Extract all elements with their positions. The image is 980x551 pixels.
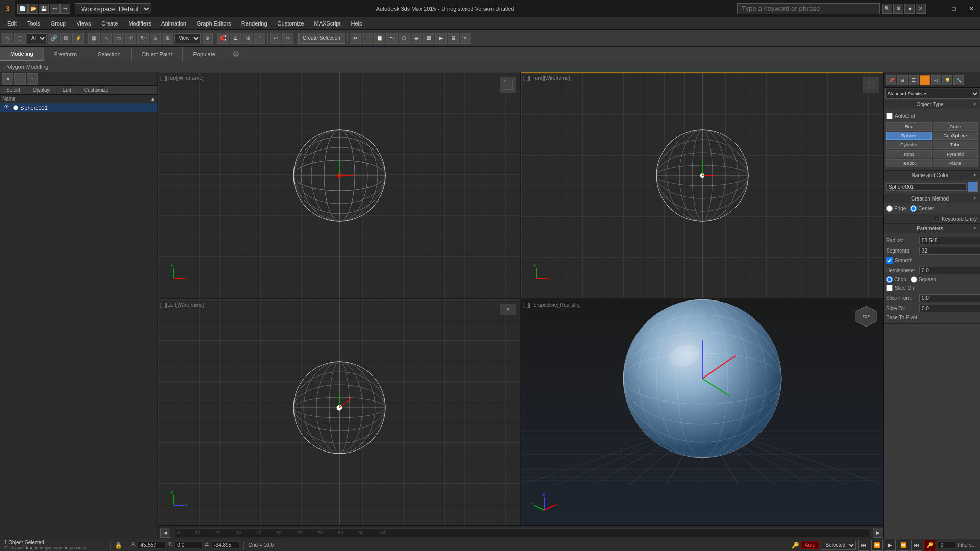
menu-help[interactable]: Help: [346, 19, 368, 28]
frame-input[interactable]: [938, 541, 955, 549]
filters-label[interactable]: Filters...: [958, 542, 976, 548]
search-input[interactable]: [737, 3, 880, 14]
layer-btn[interactable]: 📋: [374, 33, 385, 44]
box-btn[interactable]: Box: [886, 122, 932, 131]
segments-input[interactable]: [919, 247, 980, 255]
select-btn[interactable]: ↖: [2, 33, 13, 44]
track-next-btn[interactable]: ▶: [873, 528, 883, 538]
smooth-check[interactable]: [886, 257, 893, 264]
torus-btn[interactable]: Torus: [886, 150, 932, 158]
menu-modifiers[interactable]: Modifiers: [123, 19, 156, 28]
viewport-perspective[interactable]: [+][Perspective][Realistic] TOP X Y: [521, 299, 883, 525]
play-btn[interactable]: ⏮: [858, 540, 869, 551]
bookmark-icon[interactable]: ★: [904, 4, 915, 14]
undo2-btn[interactable]: ↩: [270, 33, 281, 44]
keyboard-entry-header[interactable]: + Keyboard Entry: [884, 214, 980, 223]
material-btn[interactable]: ◈: [411, 33, 422, 44]
y-coord-input[interactable]: [175, 541, 203, 549]
search-icon[interactable]: 🔍: [882, 4, 892, 14]
auto-btn[interactable]: Auto: [801, 541, 819, 549]
menu-rendering[interactable]: Rendering: [236, 19, 273, 28]
cone-btn[interactable]: Cone: [933, 122, 978, 131]
menu-views[interactable]: Views: [71, 19, 96, 28]
curve-editor-btn[interactable]: 〜: [386, 33, 398, 44]
create-selection-button[interactable]: Create Selection: [298, 33, 345, 44]
prop-display-btn[interactable]: 💡: [942, 75, 952, 85]
next-frame-btn[interactable]: ⏩: [898, 540, 909, 551]
playback-btn[interactable]: ▶: [885, 540, 896, 551]
open-btn[interactable]: 📂: [28, 4, 38, 14]
cylinder-btn[interactable]: Cylinder: [886, 141, 932, 149]
x-coord-input[interactable]: [138, 541, 166, 549]
tab-settings-icon[interactable]: ⚙: [228, 47, 243, 61]
select-filter-btn[interactable]: ▦: [88, 33, 100, 44]
bind-btn[interactable]: ⚡: [72, 33, 84, 44]
maximize-button[interactable]: □: [945, 0, 963, 17]
prev-frame-btn[interactable]: ⏪: [871, 540, 883, 551]
prop-settings-btn[interactable]: ☰: [909, 75, 919, 85]
search-options-icon[interactable]: ⚙: [893, 4, 903, 14]
squash-radio-input[interactable]: [911, 276, 917, 283]
hemisphere-input[interactable]: [919, 267, 980, 274]
se-close-btn[interactable]: ✕: [2, 73, 13, 85]
se-menu-btn[interactable]: ≡: [27, 73, 38, 85]
ref-coord-dropdown[interactable]: View: [174, 33, 201, 43]
teapot-btn[interactable]: Teapot: [886, 159, 932, 167]
name-color-header[interactable]: Name and Color ▼: [884, 171, 980, 180]
mirror-btn[interactable]: ⇔: [350, 33, 361, 44]
sphere-btn[interactable]: Sphere: [886, 132, 932, 140]
keyboard-expand-btn[interactable]: +: [934, 216, 940, 222]
parameters-header[interactable]: Parameters ▼: [884, 224, 980, 233]
slice-from-input[interactable]: [919, 294, 980, 302]
slice-to-input[interactable]: [919, 305, 980, 312]
menu-edit[interactable]: Edit: [2, 19, 22, 28]
select-object-btn[interactable]: ↖: [101, 33, 112, 44]
align-btn[interactable]: ⫠: [362, 33, 373, 44]
unlink-btn[interactable]: ⛓: [60, 33, 71, 44]
tube-btn[interactable]: Tube: [933, 141, 978, 149]
move-btn[interactable]: ✛: [125, 33, 136, 44]
render-result-btn[interactable]: 🖥: [448, 33, 459, 44]
close-button[interactable]: ✕: [963, 0, 980, 17]
menu-graph-editors[interactable]: Graph Editors: [191, 19, 236, 28]
prop-history-btn[interactable]: ⊞: [897, 75, 908, 85]
tab-populate[interactable]: Populate: [183, 47, 226, 61]
tab-modeling[interactable]: Modeling: [0, 47, 44, 61]
se-tab-select[interactable]: Select: [0, 86, 27, 94]
menu-group[interactable]: Group: [45, 19, 71, 28]
edge-radio[interactable]: Edge: [886, 205, 906, 212]
spinner-snap-btn[interactable]: ⋮: [254, 33, 265, 44]
autogrid-check[interactable]: [886, 113, 893, 119]
place-btn[interactable]: ⊞: [162, 33, 173, 44]
timeline-track[interactable]: 0102030405060708090100: [175, 528, 871, 537]
object-name-input[interactable]: [886, 183, 967, 191]
object-type-header[interactable]: Object Type ▼: [884, 100, 980, 109]
se-minimize-btn[interactable]: ─: [14, 73, 26, 85]
pivot-btn[interactable]: ⊕: [202, 33, 213, 44]
prop-motion-btn[interactable]: ◎: [931, 75, 941, 85]
rect-select-btn[interactable]: ▭: [113, 33, 124, 44]
tab-selection[interactable]: Selection: [87, 47, 131, 61]
close-search-icon[interactable]: ✕: [916, 4, 926, 14]
menu-customize[interactable]: Customize: [273, 19, 309, 28]
render-setup-btn[interactable]: 🖼: [423, 33, 434, 44]
menu-maxscript[interactable]: MAXScript: [309, 19, 346, 28]
scale-btn[interactable]: ⇲: [150, 33, 161, 44]
redo2-btn[interactable]: ↪: [282, 33, 293, 44]
prop-obj-color-btn[interactable]: [920, 75, 930, 85]
slice-on-check[interactable]: [886, 285, 893, 291]
chop-radio-input[interactable]: [886, 276, 893, 283]
se-tab-display[interactable]: Display: [27, 86, 57, 94]
save-btn[interactable]: 💾: [39, 4, 49, 14]
angle-snap-btn[interactable]: ∠: [230, 33, 241, 44]
creation-method-header[interactable]: Creation Method ▼: [884, 194, 980, 203]
workspace-dropdown[interactable]: Workspace: Default: [75, 3, 151, 14]
center-radio[interactable]: Center: [910, 205, 934, 212]
slice-on-checkbox[interactable]: Slice On: [886, 284, 978, 292]
smooth-checkbox[interactable]: Smooth: [886, 256, 978, 265]
se-tab-customize[interactable]: Customize: [78, 86, 115, 94]
viewport-left[interactable]: [+][Left][Wireframe] ■: [158, 299, 520, 525]
z-coord-input[interactable]: [211, 541, 239, 549]
render-btn[interactable]: ▶: [435, 33, 447, 44]
snap-btn[interactable]: 🧲: [217, 33, 229, 44]
